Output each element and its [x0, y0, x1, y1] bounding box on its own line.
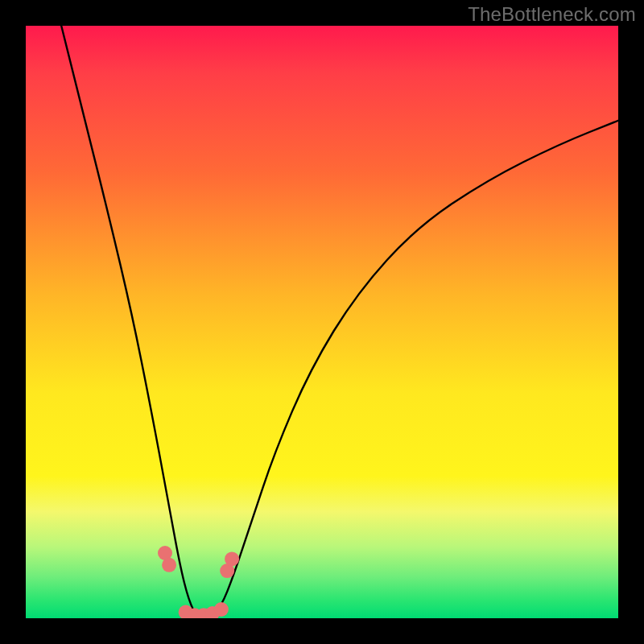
- dot: [225, 551, 239, 566]
- watermark-text: TheBottleneck.com: [468, 3, 636, 26]
- plot-area: [26, 26, 618, 618]
- dot: [214, 602, 229, 617]
- curve-svg: [26, 26, 618, 618]
- bottleneck-curve: [61, 26, 618, 618]
- dot: [162, 558, 176, 572]
- bottom-dots: [158, 546, 239, 618]
- chart-frame: TheBottleneck.com: [0, 0, 644, 644]
